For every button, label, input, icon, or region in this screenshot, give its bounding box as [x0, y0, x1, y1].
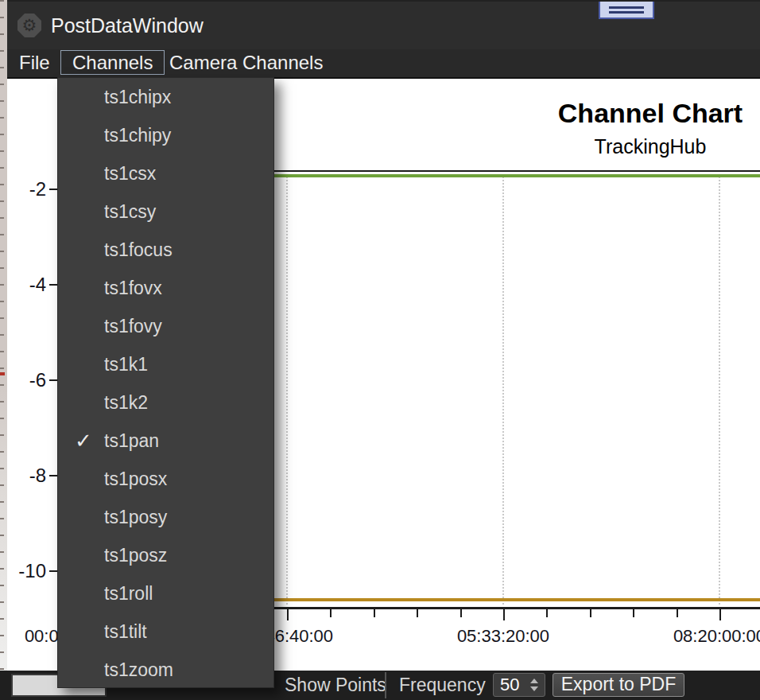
- menu-item-ts1posy[interactable]: ts1posy: [58, 498, 273, 536]
- menu-item-label: ts1csx: [104, 163, 156, 184]
- check-icon: ✓: [69, 422, 98, 460]
- menu-item-ts1posz[interactable]: ts1posz: [58, 536, 273, 574]
- x-axis-major-tick: [287, 609, 289, 620]
- menu-item-ts1pan[interactable]: ✓ts1pan: [58, 422, 273, 460]
- menu-item-label: ts1posy: [104, 507, 167, 527]
- menu-item-label: ts1fovy: [104, 316, 162, 336]
- menu-file[interactable]: File: [14, 49, 55, 76]
- menu-item-ts1k1[interactable]: ts1k1: [58, 345, 273, 383]
- x-axis-major-tick: [503, 609, 505, 620]
- gear-icon: ⚙: [17, 14, 41, 37]
- window-drag-handle[interactable]: [599, 2, 654, 19]
- menu-item-label: ts1roll: [104, 583, 153, 604]
- x-axis-minor-tick: [546, 609, 548, 617]
- title-bar: ⚙ PostDataWindow: [7, 0, 760, 51]
- y-axis-label: -4: [7, 274, 46, 296]
- menu-item-ts1csy[interactable]: ts1csy: [58, 192, 273, 231]
- menu-item-label: ts1k2: [104, 392, 148, 413]
- menu-camera-channels[interactable]: Camera Channels: [163, 49, 329, 76]
- x-gridline: [502, 177, 504, 605]
- spinner-down-icon[interactable]: [530, 686, 538, 691]
- export-to-pdf-button[interactable]: Export to PDF: [553, 673, 684, 697]
- x-axis-major-tick: [719, 609, 721, 620]
- menu-item-ts1posx[interactable]: ts1posx: [58, 460, 273, 498]
- x-gridline: [719, 177, 720, 605]
- spinner-arrows-icon[interactable]: [530, 678, 538, 692]
- frequency-label: Frequency: [399, 671, 486, 700]
- x-axis-minor-tick: [330, 609, 332, 617]
- spinner-up-icon[interactable]: [530, 679, 538, 683]
- menu-item-label: ts1chipy: [104, 125, 171, 146]
- x-axis-minor-tick: [633, 609, 634, 617]
- menu-item-ts1fovy[interactable]: ts1fovy: [58, 307, 273, 345]
- x-axis-minor-tick: [590, 609, 591, 617]
- menu-item-label: ts1k1: [104, 354, 148, 375]
- ruler-red-marker: [0, 372, 5, 375]
- menu-item-ts1focus[interactable]: ts1focus: [58, 231, 273, 269]
- y-axis-label: -8: [7, 465, 46, 487]
- grip-line: [609, 11, 644, 14]
- toolbar-divider: [385, 672, 386, 698]
- frequency-spinner[interactable]: 50: [493, 673, 545, 697]
- y-axis-label: -6: [7, 369, 46, 391]
- menu-item-label: ts1posx: [104, 469, 167, 489]
- menu-item-ts1csx[interactable]: ts1csx: [58, 154, 273, 192]
- x-axis-minor-tick: [417, 609, 418, 617]
- menu-item-ts1roll[interactable]: ts1roll: [58, 574, 273, 612]
- menu-item-label: ts1csy: [104, 201, 156, 222]
- menu-channels[interactable]: Channels: [60, 50, 165, 75]
- menu-bar: File Channels Camera Channels: [7, 49, 760, 79]
- show-points-toggle[interactable]: Show Points: [285, 671, 386, 700]
- grip-line: [609, 6, 644, 9]
- menu-item-ts1tilt[interactable]: ts1tilt: [58, 612, 273, 651]
- post-data-window: ⚙ PostDataWindow File Channels Camera Ch…: [0, 0, 760, 700]
- menu-item-ts1k2[interactable]: ts1k2: [58, 383, 273, 422]
- x-gridline: [286, 177, 288, 605]
- y-axis-label: -2: [7, 178, 46, 200]
- menu-item-label: ts1posz: [104, 545, 167, 566]
- menu-item-label: ts1zoom: [104, 659, 173, 680]
- menu-item-ts1zoom[interactable]: ts1zoom: [58, 651, 273, 689]
- x-axis-minor-tick: [374, 609, 375, 617]
- ruler-ticks: [0, 0, 4, 671]
- frequency-value: 50: [500, 674, 519, 696]
- menu-item-label: ts1tilt: [104, 621, 147, 642]
- window-title: PostDataWindow: [51, 2, 204, 51]
- menu-item-ts1fovx[interactable]: ts1fovx: [58, 269, 273, 307]
- menu-item-label: ts1pan: [104, 430, 159, 451]
- y-axis-label: -10: [7, 560, 46, 582]
- menu-item-label: ts1chipx: [104, 87, 171, 107]
- x-axis-minor-tick: [460, 609, 462, 617]
- menu-item-ts1chipy[interactable]: ts1chipy: [58, 116, 273, 154]
- x-axis-label: 08:20:00:00: [648, 626, 760, 647]
- chart-subtitle: TrackingHub: [595, 135, 707, 158]
- x-axis-minor-tick: [677, 609, 678, 617]
- channels-dropdown-menu: ts1chipxts1chipyts1csxts1csyts1focusts1f…: [57, 77, 274, 688]
- menu-item-ts1chipx[interactable]: ts1chipx: [58, 78, 273, 116]
- x-axis-label: 05:33:20:00: [432, 626, 575, 647]
- chart-title: Channel Chart: [558, 98, 743, 129]
- menu-item-label: ts1focus: [104, 239, 173, 260]
- menu-item-label: ts1fovx: [104, 278, 162, 298]
